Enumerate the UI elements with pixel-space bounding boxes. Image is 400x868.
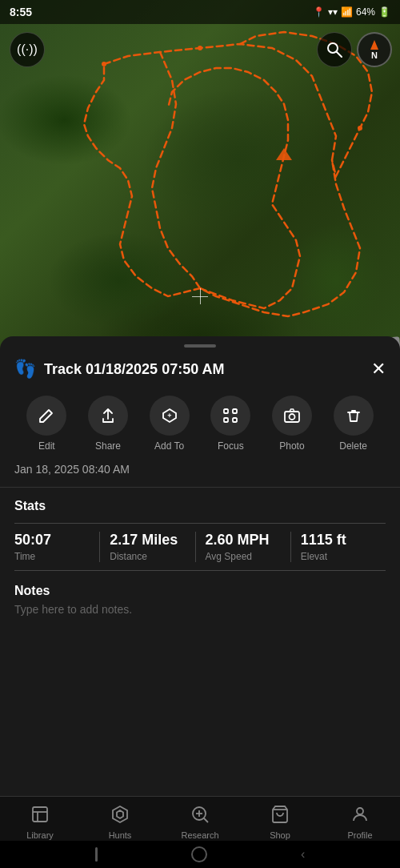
stat-elevation: 1115 ft Elevat <box>291 532 386 562</box>
delete-label: Delete <box>339 440 367 452</box>
focus-label: Focus <box>218 440 244 452</box>
signal-icon: 📶 <box>341 6 353 18</box>
photo-action[interactable]: Photo <box>272 396 312 452</box>
bottom-sheet: 👣 Track 01/18/2025 07:50 AM ✕ Edit Share <box>0 336 400 796</box>
stat-speed-value: 2.60 MPH <box>206 532 281 549</box>
close-button[interactable]: ✕ <box>371 360 386 378</box>
svg-text:+: + <box>167 412 171 420</box>
status-time: 8:55 <box>10 6 32 18</box>
svg-marker-0 <box>276 148 292 160</box>
home-indicator: ‹ <box>0 841 400 868</box>
hunts-icon <box>110 805 130 827</box>
edit-label: Edit <box>38 440 55 452</box>
actions-row: Edit Share + Add To <box>0 388 400 456</box>
search-icon <box>326 41 343 58</box>
hunts-label: Hunts <box>109 830 132 840</box>
delete-icon <box>346 408 362 424</box>
footprint-icon: 👣 <box>14 359 36 380</box>
notes-title: Notes <box>14 584 386 598</box>
sheet-title: Track 01/18/2025 07:50 AM <box>44 361 225 378</box>
photo-circle <box>272 396 312 436</box>
edit-icon <box>38 408 54 424</box>
stats-section: Stats 50:07 Time 2.17 Miles Distance 2.6… <box>0 488 400 571</box>
research-icon <box>190 805 210 827</box>
svg-point-2 <box>198 46 202 50</box>
sheet-header: 👣 Track 01/18/2025 07:50 AM ✕ <box>0 348 400 388</box>
stats-row: 50:07 Time 2.17 Miles Distance 2.60 MPH … <box>14 523 386 571</box>
stat-distance: 2.17 Miles Distance <box>100 532 195 562</box>
nav-bars-icon <box>95 847 98 862</box>
stat-elevation-label: Elevat <box>301 551 376 562</box>
shop-icon <box>270 805 290 827</box>
shop-label: Shop <box>270 830 290 840</box>
notes-input[interactable]: Type here to add notes. <box>14 603 386 616</box>
library-label: Library <box>26 830 54 840</box>
edit-action[interactable]: Edit <box>26 396 66 452</box>
sheet-date: Jan 18, 2025 08:40 AM <box>0 456 400 488</box>
svg-point-3 <box>358 126 362 131</box>
stat-time-value: 50:07 <box>14 532 90 549</box>
svg-rect-9 <box>224 418 228 422</box>
sheet-title-row: 👣 Track 01/18/2025 07:50 AM <box>14 359 225 380</box>
addto-label: Add To <box>154 440 184 452</box>
nav-research[interactable]: Research <box>160 805 240 840</box>
battery-icon: 🔋 <box>378 6 390 18</box>
svg-point-21 <box>357 808 363 814</box>
focus-action[interactable]: Focus <box>210 396 250 452</box>
battery-text: 64% <box>356 6 375 18</box>
profile-label: Profile <box>347 830 372 840</box>
stat-distance-label: Distance <box>110 551 185 562</box>
signal-button[interactable]: ((·)) <box>10 32 45 67</box>
addto-circle: + <box>150 396 190 436</box>
svg-rect-10 <box>233 418 237 422</box>
stat-speed: 2.60 MPH Avg Speed <box>196 532 291 562</box>
status-bar: 8:55 📍 ▾▾ 📶 64% 🔋 <box>0 0 400 24</box>
profile-icon <box>350 805 370 827</box>
share-label: Share <box>95 440 121 452</box>
svg-rect-7 <box>224 409 228 413</box>
stats-title: Stats <box>14 499 386 513</box>
delete-action[interactable]: Delete <box>334 396 374 452</box>
share-icon <box>100 408 116 424</box>
addto-icon: + <box>162 408 178 424</box>
map-search-button[interactable] <box>317 32 352 67</box>
library-icon <box>30 805 50 827</box>
nav-shop[interactable]: Shop <box>240 805 320 840</box>
stat-distance-value: 2.17 Miles <box>110 532 185 549</box>
compass-north-label: N <box>371 50 378 60</box>
focus-icon <box>222 408 238 424</box>
crosshair <box>192 288 208 304</box>
status-icons: 📍 ▾▾ 📶 64% 🔋 <box>313 6 390 18</box>
signal-wave-icon: ((·)) <box>17 42 38 57</box>
nav-home-icon <box>191 846 207 862</box>
notes-section: Notes Type here to add notes. <box>0 571 400 616</box>
stat-elevation-value: 1115 ft <box>301 532 376 549</box>
svg-line-17 <box>204 818 209 823</box>
photo-label: Photo <box>279 440 304 452</box>
compass-button[interactable]: N <box>357 32 392 67</box>
nav-back-icon: ‹ <box>301 847 305 862</box>
focus-circle <box>210 396 250 436</box>
research-label: Research <box>181 830 218 840</box>
svg-rect-13 <box>33 807 47 822</box>
svg-rect-8 <box>233 409 237 413</box>
svg-rect-11 <box>285 412 299 422</box>
nav-profile[interactable]: Profile <box>320 805 400 840</box>
compass-arrow-icon <box>370 40 378 50</box>
stat-speed-label: Avg Speed <box>206 551 281 562</box>
svg-line-5 <box>337 52 342 58</box>
nav-library[interactable]: Library <box>0 805 80 840</box>
addto-action[interactable]: + Add To <box>150 396 190 452</box>
edit-circle <box>26 396 66 436</box>
svg-point-12 <box>289 414 294 420</box>
nav-hunts[interactable]: Hunts <box>80 805 160 840</box>
delete-circle <box>334 396 374 436</box>
svg-point-1 <box>102 62 106 66</box>
share-action[interactable]: Share <box>88 396 128 452</box>
photo-icon <box>284 408 300 424</box>
share-circle <box>88 396 128 436</box>
stat-time: 50:07 Time <box>14 532 100 562</box>
stat-time-label: Time <box>14 551 90 562</box>
location-icon: 📍 <box>313 6 325 18</box>
wifi-icon: ▾▾ <box>328 6 338 18</box>
